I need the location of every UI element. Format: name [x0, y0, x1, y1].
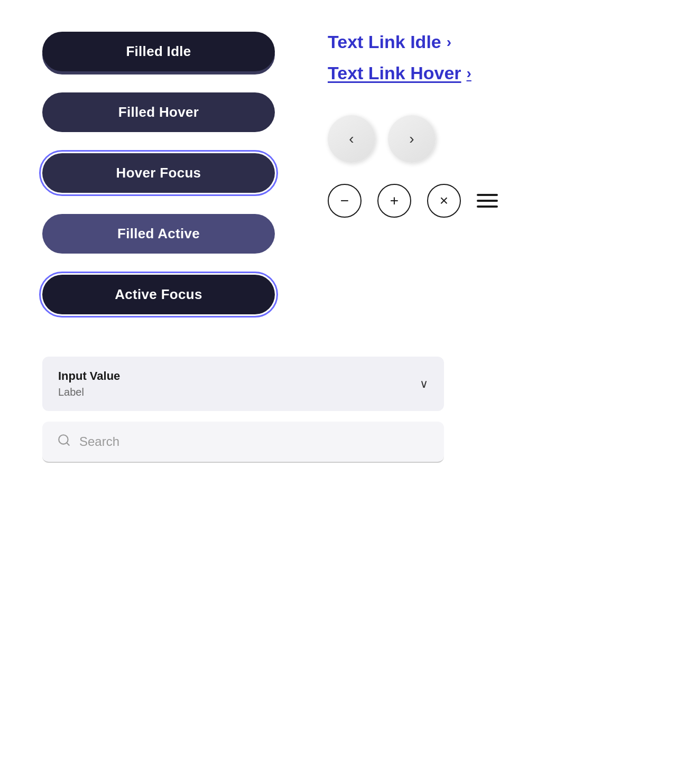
- bottom-inputs: Input Value Label ∨ Search: [42, 357, 643, 463]
- search-icon: [57, 433, 71, 450]
- plus-icon-button[interactable]: +: [377, 184, 411, 218]
- dropdown-text: Input Value Label: [58, 369, 120, 398]
- hamburger-line-2: [477, 200, 498, 202]
- text-link-hover-chevron: ›: [467, 65, 471, 82]
- filled-active-button[interactable]: Filled Active: [42, 214, 275, 254]
- prev-button[interactable]: ‹: [328, 115, 375, 163]
- right-column: Text Link Idle › Text Link Hover › ‹ › −…: [328, 32, 643, 314]
- search-placeholder: Search: [79, 434, 119, 449]
- text-link-section: Text Link Idle › Text Link Hover ›: [328, 32, 643, 83]
- next-button[interactable]: ›: [388, 115, 436, 163]
- filled-hover-button[interactable]: Filled Hover: [42, 92, 275, 132]
- icon-row: − + ×: [328, 184, 643, 218]
- left-column: Filled Idle Filled Hover Hover Focus Fil…: [42, 32, 275, 314]
- hamburger-line-3: [477, 206, 498, 208]
- dropdown-chevron-icon: ∨: [420, 377, 428, 391]
- search-input-wrapper[interactable]: Search: [42, 422, 444, 463]
- text-link-idle-label: Text Link Idle: [328, 32, 441, 52]
- text-link-hover-label: Text Link Hover: [328, 63, 461, 83]
- dropdown-value: Input Value: [58, 369, 120, 383]
- text-link-idle-chevron: ›: [447, 34, 451, 51]
- hamburger-line-1: [477, 194, 498, 196]
- top-section: Filled Idle Filled Hover Hover Focus Fil…: [42, 32, 643, 314]
- page-content: Filled Idle Filled Hover Hover Focus Fil…: [42, 32, 643, 463]
- filled-idle-button[interactable]: Filled Idle: [42, 32, 275, 71]
- nav-buttons: ‹ ›: [328, 115, 643, 163]
- hover-focus-button[interactable]: Hover Focus: [42, 153, 275, 193]
- active-focus-button[interactable]: Active Focus: [42, 275, 275, 314]
- dropdown-input[interactable]: Input Value Label ∨: [42, 357, 444, 411]
- close-icon-button[interactable]: ×: [427, 184, 461, 218]
- text-link-hover[interactable]: Text Link Hover ›: [328, 63, 643, 83]
- hamburger-menu-button[interactable]: [477, 194, 498, 208]
- minus-icon-button[interactable]: −: [328, 184, 362, 218]
- text-link-idle[interactable]: Text Link Idle ›: [328, 32, 643, 52]
- svg-line-1: [67, 443, 69, 445]
- dropdown-label: Label: [58, 386, 120, 398]
